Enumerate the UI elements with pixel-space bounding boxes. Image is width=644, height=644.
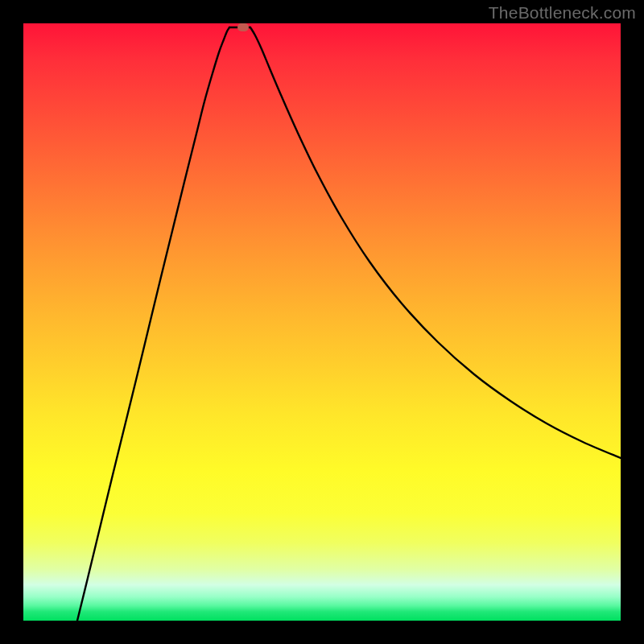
watermark-text: TheBottleneck.com [489, 3, 636, 23]
optimal-point-marker [237, 23, 249, 31]
plot-area [23, 23, 621, 621]
